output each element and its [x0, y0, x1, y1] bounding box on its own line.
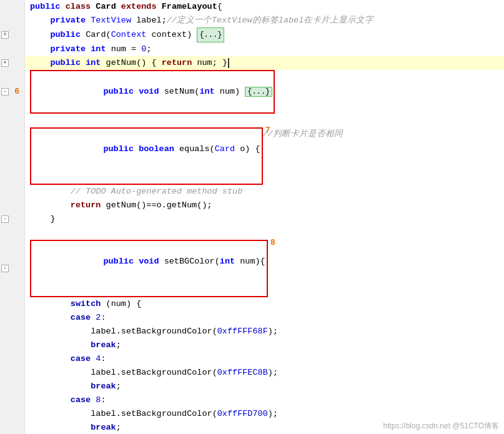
line-1: public class Card extends FrameLayout{	[0, 0, 504, 14]
gutter-setbg-2	[0, 325, 25, 338]
gutter-break-3	[0, 421, 25, 434]
text-cursor	[228, 58, 229, 68]
line-body-4: private int num = 0;	[25, 42, 504, 56]
line-body-6: public void setNum(int num) {...}	[25, 70, 504, 114]
line-4: private int num = 0;	[0, 42, 504, 56]
line-body-3: public Card(Context context) {...}	[25, 27, 504, 42]
red-box-8: public void setBGColor(int num){ 8	[30, 240, 268, 297]
line-body-blank-2	[25, 226, 504, 240]
line-10: - }	[0, 212, 504, 226]
line-setbg-8: label.setBackgroundColor(0xffFFD700);	[0, 407, 504, 421]
line-5: + public int getNum() { return num; }	[0, 56, 504, 70]
line-body-setbg-4: label.setBackgroundColor(0xffFFEC8B);	[25, 366, 504, 380]
watermark: https://blog.csdn.net @51CTO博客	[383, 421, 499, 432]
line-body-break-1: break;	[25, 338, 504, 352]
line-body-11: public void setBGColor(int num){ 8	[25, 240, 504, 297]
line-body-1: public class Card extends FrameLayout{	[25, 0, 504, 14]
line-6: - 6 public void setNum(int num) {...}	[0, 70, 504, 114]
gutter-3: +	[0, 27, 25, 42]
line-9: return getNum()==o.getNum();	[0, 199, 504, 212]
line-7: public boolean equals(Card o) { 7 //判断卡片…	[0, 127, 504, 185]
line-3: + public Card(Context context) {...}	[0, 27, 504, 42]
fold-icon-3[interactable]: +	[1, 31, 9, 39]
line-switch: switch (num) {	[0, 297, 504, 311]
gutter-setbg-4	[0, 366, 25, 380]
gutter-1	[0, 0, 25, 14]
gutter-4	[0, 42, 25, 56]
line-blank-1	[0, 114, 504, 127]
line-body-setbg-2: label.setBackgroundColor(0xffFFF68F);	[25, 325, 504, 338]
line-blank-2	[0, 226, 504, 240]
line-8: // TODO Auto-generated method stub	[0, 185, 504, 199]
fold-icon-5[interactable]: +	[1, 59, 9, 67]
red-box-6: public void setNum(int num) {...}	[30, 70, 275, 114]
line-case8: case 8:	[0, 393, 504, 407]
gutter-break-1	[0, 338, 25, 352]
line-body-break-2: break;	[25, 380, 504, 393]
line-body-9: return getNum()==o.getNum();	[25, 199, 504, 212]
line-2: private TextView label;//定义一个TextView的标签…	[0, 14, 504, 27]
line-body-7: public boolean equals(Card o) { 7 //判断卡片…	[25, 127, 504, 185]
gutter-5: +	[0, 56, 25, 70]
gutter-9	[0, 199, 25, 212]
line-break-1: break;	[0, 338, 504, 352]
line-body-10: }	[25, 212, 504, 226]
line-body-8: // TODO Auto-generated method stub	[25, 185, 504, 199]
gutter-11: -	[0, 240, 25, 297]
gutter-blank-1	[0, 114, 25, 127]
gutter-switch	[0, 297, 25, 311]
gutter-2	[0, 14, 25, 27]
line-case4: case 4:	[0, 352, 504, 366]
line-body-5: public int getNum() { return num; }	[25, 56, 504, 70]
line-setbg-2: label.setBackgroundColor(0xffFFF68F);	[0, 325, 504, 338]
gutter-7	[0, 127, 25, 185]
code-content: public class Card extends FrameLayout{ p…	[0, 0, 504, 434]
gutter-blank-2	[0, 226, 25, 240]
line-setbg-4: label.setBackgroundColor(0xffFFEC8B);	[0, 366, 504, 380]
line-body-case8: case 8:	[25, 393, 504, 407]
line-case2: case 2:	[0, 311, 504, 325]
gutter-case8	[0, 393, 25, 407]
gutter-6: - 6	[0, 70, 25, 114]
fold-icon-10[interactable]: -	[1, 215, 9, 223]
gutter-10: -	[0, 212, 25, 226]
gutter-case4	[0, 352, 25, 366]
red-box-7: public boolean equals(Card o) { 7	[30, 127, 263, 185]
gutter-8	[0, 185, 25, 199]
line-body-setbg-8: label.setBackgroundColor(0xffFFD700);	[25, 407, 504, 421]
code-editor: public class Card extends FrameLayout{ p…	[0, 0, 504, 434]
gutter-case2	[0, 311, 25, 325]
line-11: - public void setBGColor(int num){ 8	[0, 240, 504, 297]
fold-icon-6[interactable]: -	[1, 88, 9, 96]
line-break-2: break;	[0, 380, 504, 393]
line-body-switch: switch (num) {	[25, 297, 504, 311]
fold-icon-11[interactable]: -	[1, 265, 9, 272]
line-body-case4: case 4:	[25, 352, 504, 366]
line-body-case2: case 2:	[25, 311, 504, 325]
line-body-blank-1	[25, 114, 504, 127]
line-body-2: private TextView label;//定义一个TextView的标签…	[25, 14, 504, 27]
gutter-setbg-8	[0, 407, 25, 421]
gutter-break-2	[0, 380, 25, 393]
